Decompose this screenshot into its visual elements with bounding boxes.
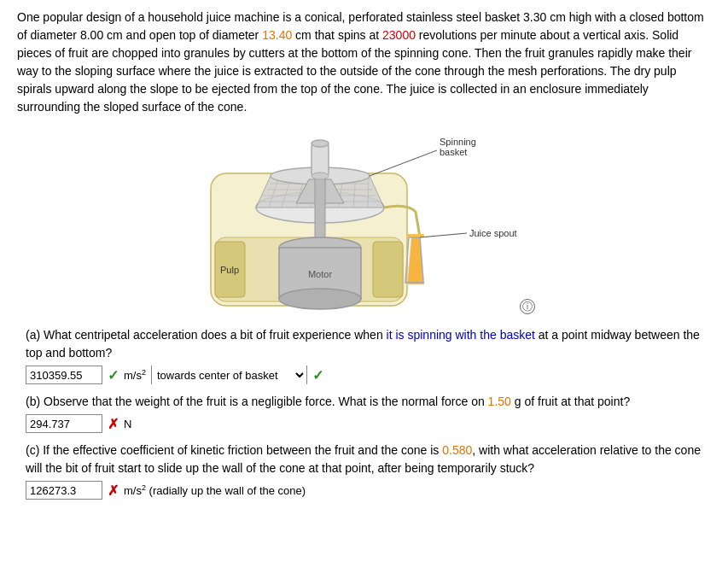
unit-b: N (124, 418, 131, 430)
diameter-value: 13.40 (262, 28, 292, 42)
spinning-basket-label: Spinning (440, 137, 476, 147)
svg-rect-18 (315, 173, 325, 246)
svg-rect-3 (373, 242, 403, 297)
direction-select[interactable]: towards center of basket away from cente… (152, 366, 306, 384)
info-icon[interactable]: ⓘ (520, 299, 535, 314)
diagram-svg: Pulp (185, 126, 544, 314)
question-a-text: (a) What centripetal acceleration does a… (26, 326, 702, 362)
answer-c-input[interactable] (26, 481, 102, 500)
check-a2-icon: ✓ (312, 367, 323, 383)
question-a: (a) What centripetal acceleration does a… (26, 326, 702, 384)
svg-point-21 (312, 173, 329, 179)
rpm-value: 23000 (382, 28, 416, 42)
question-c-text: (c) If the effective coefficient of kine… (26, 442, 702, 477)
question-b-answer: ✗ N (26, 414, 702, 433)
answer-b-input[interactable] (26, 414, 102, 433)
q-a-highlight: it is spinning with the basket (387, 328, 535, 342)
pulp-label: Pulp (219, 265, 238, 275)
unit-c: m/s2 (radially up the wall of the cone) (124, 483, 306, 497)
juice-machine-diagram: Pulp (185, 126, 544, 314)
svg-line-28 (420, 233, 467, 237)
answer-a-input[interactable] (26, 366, 102, 384)
problem-description: One popular design of a household juice … (17, 9, 711, 116)
cross-b-icon: ✗ (108, 416, 119, 432)
qa-section: (a) What centripetal acceleration does a… (17, 326, 711, 500)
juice-spout-label: Juice spout (469, 228, 517, 238)
svg-line-27 (370, 150, 437, 176)
unit-a: m/s2 (124, 368, 146, 382)
svg-rect-19 (312, 143, 329, 176)
spinning-basket-label2: basket (440, 147, 467, 157)
svg-point-24 (279, 289, 361, 309)
check-a-icon: ✓ (108, 367, 119, 383)
svg-point-20 (312, 140, 329, 147)
cross-c-icon: ✗ (108, 483, 119, 499)
question-c-answer: ✗ m/s2 (radially up the wall of the cone… (26, 481, 702, 500)
q-c-highlight: 0.580 (442, 443, 472, 457)
motor-label: Motor (307, 269, 331, 279)
question-b-text: (b) Observe that the weight of the fruit… (26, 393, 702, 411)
direction-dropdown-wrapper: towards center of basket away from cente… (151, 366, 307, 384)
q-b-highlight: 1.50 (488, 395, 511, 408)
question-b: (b) Observe that the weight of the fruit… (26, 393, 702, 433)
question-c: (c) If the effective coefficient of kine… (26, 442, 702, 500)
diagram-area: Pulp (17, 126, 711, 314)
question-a-answer: ✓ m/s2 towards center of basket away fro… (26, 366, 702, 384)
